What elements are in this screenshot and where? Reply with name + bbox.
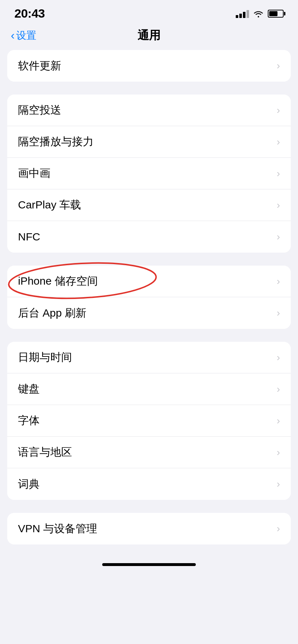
wifi-icon xyxy=(253,10,263,18)
settings-label-dictionary: 词典 xyxy=(18,477,40,492)
settings-label-carplay: CarPlay 车载 xyxy=(18,198,81,212)
chevron-icon: › xyxy=(277,136,280,148)
settings-label-airplay-handoff: 隔空播放与接力 xyxy=(18,134,94,149)
chevron-icon: › xyxy=(277,307,280,319)
settings-group-vpn: VPN 与设备管理 › xyxy=(7,513,291,544)
settings-label-keyboard: 键盘 xyxy=(18,382,40,396)
chevron-icon: › xyxy=(277,447,280,458)
nav-bar: ‹ 设置 通用 xyxy=(0,24,298,50)
status-icons xyxy=(236,9,284,18)
settings-item-picture-in-picture[interactable]: 画中画 › xyxy=(7,158,291,189)
settings-group-software: 软件更新 › xyxy=(7,50,291,82)
settings-label-fonts: 字体 xyxy=(18,413,40,428)
settings-label-picture-in-picture: 画中画 xyxy=(18,166,50,181)
back-chevron-icon: ‹ xyxy=(11,29,15,41)
home-indicator xyxy=(0,557,298,575)
settings-label-background-app-refresh: 后台 App 刷新 xyxy=(18,306,86,321)
settings-item-software-update[interactable]: 软件更新 › xyxy=(7,50,291,82)
chevron-icon: › xyxy=(277,478,280,490)
chevron-icon: › xyxy=(277,199,280,211)
chevron-icon: › xyxy=(277,415,280,427)
chevron-icon: › xyxy=(277,352,280,363)
chevron-icon: › xyxy=(277,231,280,243)
chevron-icon: › xyxy=(277,523,280,534)
settings-item-carplay[interactable]: CarPlay 车载 › xyxy=(7,189,291,221)
settings-item-iphone-storage[interactable]: iPhone 储存空间 › xyxy=(7,266,291,297)
settings-group-regional: 日期与时间 › 键盘 › 字体 › 语言与地区 › 词典 › xyxy=(7,342,291,500)
settings-group-storage: iPhone 储存空间 › 后台 App 刷新 › xyxy=(7,266,291,329)
chevron-icon: › xyxy=(277,383,280,395)
home-bar xyxy=(102,563,196,566)
settings-label-software-update: 软件更新 xyxy=(18,59,61,73)
status-bar: 20:43 xyxy=(0,0,298,24)
battery-icon xyxy=(268,10,284,18)
settings-item-background-app-refresh[interactable]: 后台 App 刷新 › xyxy=(7,297,291,329)
signal-icon xyxy=(236,9,249,18)
settings-label-nfc: NFC xyxy=(18,231,40,243)
settings-item-airplay-handoff[interactable]: 隔空播放与接力 › xyxy=(7,126,291,158)
settings-label-airdrop: 隔空投送 xyxy=(18,103,61,118)
back-label: 设置 xyxy=(16,29,36,42)
settings-group-connectivity: 隔空投送 › 隔空播放与接力 › 画中画 › CarPlay 车载 › NFC … xyxy=(7,95,291,253)
settings-item-vpn[interactable]: VPN 与设备管理 › xyxy=(7,513,291,544)
page-title: 通用 xyxy=(137,28,161,43)
settings-item-dictionary[interactable]: 词典 › xyxy=(7,468,291,500)
settings-item-keyboard[interactable]: 键盘 › xyxy=(7,373,291,405)
settings-item-airdrop[interactable]: 隔空投送 › xyxy=(7,95,291,126)
settings-label-date-time: 日期与时间 xyxy=(18,350,72,365)
settings-item-date-time[interactable]: 日期与时间 › xyxy=(7,342,291,373)
settings-item-language-region[interactable]: 语言与地区 › xyxy=(7,437,291,468)
settings-item-fonts[interactable]: 字体 › xyxy=(7,405,291,437)
settings-item-nfc[interactable]: NFC › xyxy=(7,221,291,253)
storage-group-wrapper: iPhone 储存空间 › 后台 App 刷新 › xyxy=(0,266,298,329)
back-button[interactable]: ‹ 设置 xyxy=(11,29,36,42)
chevron-icon: › xyxy=(277,60,280,72)
settings-label-vpn: VPN 与设备管理 xyxy=(18,521,97,536)
chevron-icon: › xyxy=(277,276,280,287)
status-time: 20:43 xyxy=(14,6,45,20)
settings-label-iphone-storage: iPhone 储存空间 xyxy=(18,274,98,289)
settings-label-language-region: 语言与地区 xyxy=(18,445,72,460)
chevron-icon: › xyxy=(277,168,280,179)
chevron-icon: › xyxy=(277,105,280,116)
